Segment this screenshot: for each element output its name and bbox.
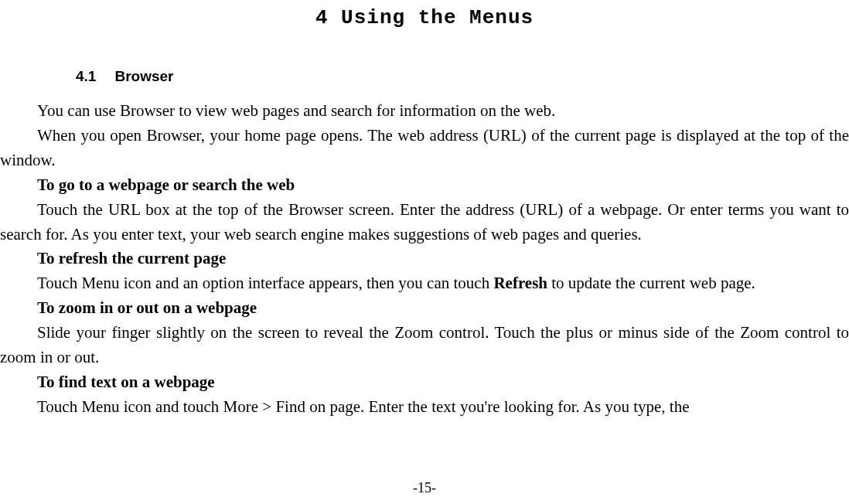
paragraph-refresh: Touch Menu icon and an option interface … bbox=[0, 271, 849, 296]
paragraph-refresh-a: Touch Menu icon and an option interface … bbox=[37, 274, 493, 292]
paragraph-find: Touch Menu icon and touch More > Find on… bbox=[0, 395, 849, 420]
heading-find: To find text on a webpage bbox=[0, 370, 849, 395]
page-number: -15- bbox=[0, 480, 849, 496]
section-name: Browser bbox=[114, 68, 173, 84]
paragraph-intro-1: You can use Browser to view web pages an… bbox=[0, 99, 849, 124]
paragraph-goto: Touch the URL box at the top of the Brow… bbox=[0, 198, 849, 247]
paragraph-intro-2: When you open Browser, your home page op… bbox=[0, 124, 849, 173]
page-title: 4 Using the Menus bbox=[0, 6, 849, 29]
heading-zoom: To zoom in or out on a webpage bbox=[0, 296, 849, 321]
heading-refresh: To refresh the current page bbox=[0, 247, 849, 271]
refresh-bold: Refresh bbox=[493, 274, 547, 292]
paragraph-zoom: Slide your finger slightly on the screen… bbox=[0, 321, 849, 370]
paragraph-refresh-c: to update the current web page. bbox=[547, 274, 755, 292]
section-header: 4.1Browser bbox=[76, 68, 849, 85]
section-number: 4.1 bbox=[76, 68, 96, 84]
heading-goto: To go to a webpage or search the web bbox=[0, 173, 849, 198]
body-text: You can use Browser to view web pages an… bbox=[0, 99, 849, 420]
